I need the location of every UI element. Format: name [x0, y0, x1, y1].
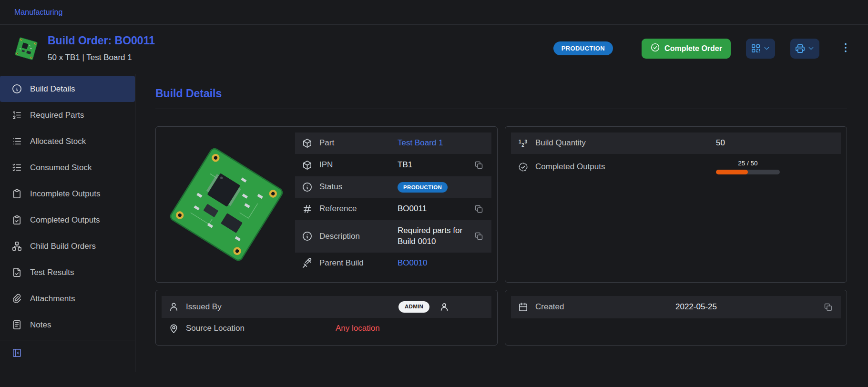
numbers-123-icon: 123 — [518, 138, 529, 149]
info-circle-icon — [302, 231, 313, 242]
row-label: Issued By — [186, 302, 329, 312]
copy-button[interactable] — [473, 230, 485, 242]
complete-order-label: Complete Order — [664, 44, 722, 53]
sidebar-item-build-details[interactable]: Build Details — [0, 76, 135, 102]
box-icon — [302, 138, 313, 149]
ipn-value: TB1 — [398, 160, 466, 171]
details-grid: Part Test Board 1 IPN TB1 Status — [155, 126, 847, 346]
sidebar-item-consumed-stock[interactable]: Consumed Stock — [0, 154, 135, 181]
sidebar-item-incomplete-outputs[interactable]: Incomplete Outputs — [0, 181, 135, 207]
page-title: Build Order: BO0011 — [48, 34, 155, 47]
complete-order-button[interactable]: Complete Order — [642, 39, 731, 59]
map-pin-icon — [168, 323, 179, 334]
tools-icon — [302, 258, 313, 269]
detail-row-description: Description Required parts for Build 001… — [295, 220, 491, 253]
row-label: Parent Build — [319, 258, 391, 268]
sidebar-item-label: Required Parts — [30, 111, 84, 120]
build-details-card: Part Test Board 1 IPN TB1 Status — [155, 126, 498, 283]
notes-icon — [11, 319, 22, 330]
build-quantity-value: 50 — [716, 138, 834, 149]
chevron-down-icon — [807, 44, 815, 52]
completed-outputs-row: Completed Outputs 25 / 50 — [511, 154, 841, 180]
sidebar-item-required-parts[interactable]: Required Parts — [0, 102, 135, 128]
issued-by-badge: ADMIN — [398, 301, 429, 313]
page-subtitle: 50 x TB1 | Test Board 1 — [48, 53, 155, 62]
sidebar-item-label: Child Build Orders — [30, 242, 96, 251]
barcode-actions-button[interactable] — [746, 39, 775, 59]
title-block: Build Order: BO0011 50 x TB1 | Test Boar… — [48, 34, 155, 62]
sidebar-item-label: Test Results — [30, 268, 74, 277]
sidebar-item-allocated-stock[interactable]: Allocated Stock — [0, 128, 135, 154]
list-check-icon — [11, 162, 22, 173]
sidebar-item-attachments[interactable]: Attachments — [0, 285, 135, 312]
source-location-row: Source Location Any location — [162, 318, 491, 339]
sidebar-item-label: Build Details — [30, 84, 75, 94]
row-label: Source Location — [186, 323, 329, 334]
build-thumbnail[interactable] — [14, 37, 38, 61]
detail-row-parent-build: Parent Build BO0010 — [295, 253, 491, 274]
sidebar-item-child-build-orders[interactable]: Child Build Orders — [0, 233, 135, 259]
build-quantity-row: 123 Build Quantity 50 — [511, 132, 841, 154]
app-root: Manufacturing Build Order: BO0011 50 x T… — [0, 0, 868, 372]
paperclip-icon — [11, 293, 22, 304]
sidebar-item-label: Allocated Stock — [30, 137, 86, 146]
created-row: Created 2022-05-25 — [511, 296, 841, 318]
pcb-image — [167, 145, 286, 265]
reference-value: BO0011 — [398, 204, 466, 214]
completed-outputs-progress: 25 / 50 — [716, 159, 780, 174]
sidebar-item-label: Incomplete Outputs — [30, 189, 100, 199]
row-label: IPN — [319, 160, 391, 170]
sidebar-item-label: Notes — [30, 320, 51, 330]
copy-button[interactable] — [473, 203, 485, 215]
breadcrumb-manufacturing[interactable]: Manufacturing — [14, 8, 62, 17]
copy-icon — [474, 204, 484, 214]
clipboard-check-icon — [11, 214, 22, 225]
copy-button[interactable] — [822, 301, 834, 313]
source-location-value: Any location — [336, 323, 485, 334]
issued-card: Issued By ADMIN Source Location Any loca… — [155, 290, 498, 346]
printer-icon — [795, 43, 806, 54]
sitemap-icon — [11, 241, 22, 252]
created-value: 2022-05-25 — [675, 302, 816, 313]
sidebar-item-notes[interactable]: Notes — [0, 312, 135, 338]
more-actions-button[interactable] — [837, 40, 854, 57]
part-link[interactable]: Test Board 1 — [398, 138, 443, 147]
copy-button[interactable] — [473, 159, 485, 171]
progress-fill — [716, 170, 748, 174]
status-badge: PRODUCTION — [553, 41, 613, 55]
copy-icon — [474, 160, 484, 170]
sidebar-item-test-results[interactable]: Test Results — [0, 259, 135, 285]
calendar-icon — [518, 302, 529, 313]
user-icon — [439, 302, 449, 312]
breadcrumb: Manufacturing — [0, 0, 868, 25]
list-numbers-icon — [11, 110, 22, 121]
sidebar-item-label: Attachments — [30, 294, 75, 304]
row-label: Part — [319, 138, 391, 148]
row-label: Created — [535, 302, 669, 312]
detail-row-status: Status PRODUCTION — [295, 176, 491, 198]
circle-dashed-check-icon — [518, 162, 529, 173]
chevron-down-icon — [763, 44, 771, 52]
print-actions-button[interactable] — [790, 39, 819, 59]
svg-text:1: 1 — [519, 139, 521, 144]
parent-build-link[interactable]: BO0010 — [398, 258, 427, 267]
qr-code-icon — [750, 43, 761, 54]
svg-text:3: 3 — [524, 139, 527, 144]
sidebar-item-completed-outputs[interactable]: Completed Outputs — [0, 207, 135, 233]
part-image[interactable] — [162, 132, 291, 276]
row-label: Reference — [319, 204, 391, 214]
progress-track — [716, 170, 780, 174]
file-check-icon — [11, 267, 22, 278]
list-icon — [11, 136, 22, 147]
box-icon — [302, 160, 313, 171]
svg-text:2: 2 — [521, 143, 524, 148]
row-label: Status — [319, 182, 391, 192]
sidebar-collapse-icon — [11, 347, 22, 358]
collapse-sidebar-button[interactable] — [0, 340, 34, 366]
issued-by-row: Issued By ADMIN — [162, 296, 491, 318]
sidebar: Build Details Required Parts Allocated S… — [0, 74, 135, 372]
info-circle-icon — [302, 182, 313, 193]
detail-table: Part Test Board 1 IPN TB1 Status — [295, 132, 491, 274]
user-icon — [168, 301, 179, 312]
sidebar-item-label: Consumed Stock — [30, 163, 92, 173]
